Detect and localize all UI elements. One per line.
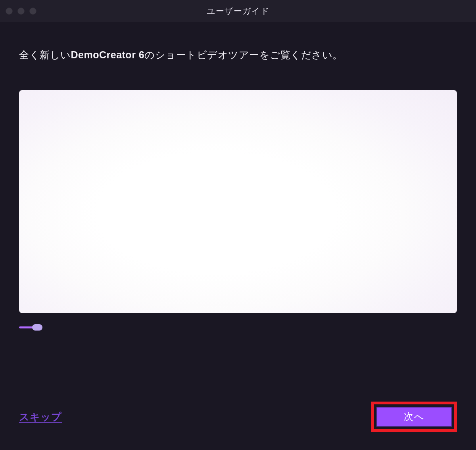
video-tour-area[interactable] [19,90,457,313]
video-progress-slider[interactable] [19,323,457,331]
window-traffic-lights [0,8,36,15]
next-button[interactable]: 次へ [376,407,452,427]
next-button-highlight: 次へ [371,402,457,432]
headline-text: 全く新しいDemoCreator 6のショートビデオツアーをご覧ください。 [19,48,457,62]
close-window-icon[interactable] [6,8,13,15]
footer-actions: スキップ 次へ [19,402,457,432]
minimize-window-icon[interactable] [17,8,25,15]
titlebar: ユーザーガイド [0,0,476,22]
skip-link[interactable]: スキップ [19,410,62,423]
maximize-window-icon[interactable] [29,8,36,15]
headline-product-name: DemoCreator 6 [71,49,145,60]
progress-thumb[interactable] [32,324,42,331]
window-title: ユーザーガイド [207,6,270,17]
headline-pre: 全く新しい [19,49,71,60]
main-content: 全く新しいDemoCreator 6のショートビデオツアーをご覧ください。 [0,48,476,331]
headline-post: のショートビデオツアーをご覧ください。 [144,49,343,60]
